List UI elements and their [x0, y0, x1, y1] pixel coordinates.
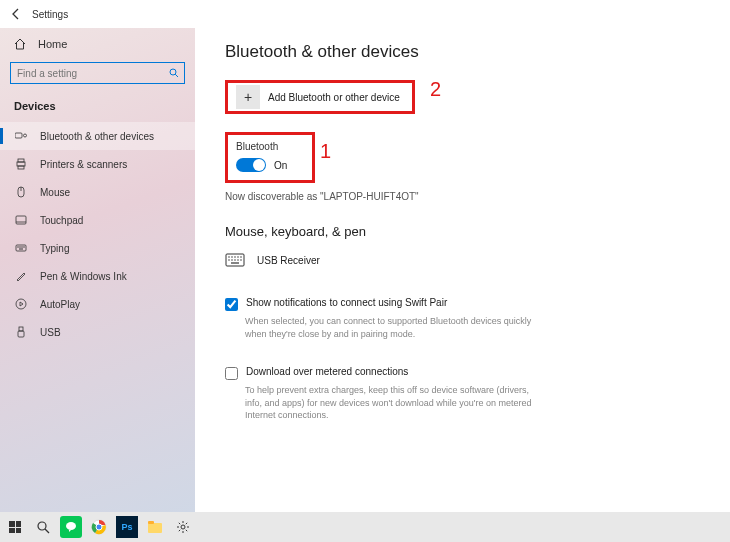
usb-icon [14, 326, 28, 338]
start-button[interactable] [4, 516, 26, 538]
svg-rect-18 [19, 327, 23, 331]
nav-section-header: Devices [0, 94, 195, 122]
svg-rect-5 [18, 159, 24, 162]
nav-label: Pen & Windows Ink [40, 271, 127, 282]
touchpad-icon [14, 214, 28, 226]
svg-rect-39 [148, 521, 154, 524]
taskbar-search-icon[interactable] [32, 516, 54, 538]
taskbar-app-chrome[interactable] [88, 516, 110, 538]
discoverable-text: Now discoverable as "LAPTOP-HUIFT4OT" [225, 191, 700, 202]
svg-line-1 [175, 74, 178, 77]
section-mouse-title: Mouse, keyboard, & pen [225, 224, 700, 239]
annotation-2: 2 [430, 78, 441, 101]
page-title: Bluetooth & other devices [225, 42, 700, 62]
metered-label: Download over metered connections [246, 366, 408, 377]
plus-icon: + [236, 85, 260, 109]
taskbar-settings-icon[interactable] [172, 516, 194, 538]
sidebar: Home Devices Bluetooth & other devices [0, 28, 195, 512]
nav-label: Printers & scanners [40, 159, 127, 170]
svg-rect-11 [16, 245, 26, 251]
svg-line-33 [45, 529, 49, 533]
nav-label: USB [40, 327, 61, 338]
svg-rect-19 [18, 331, 24, 337]
nav-usb[interactable]: USB [0, 318, 195, 346]
svg-point-3 [24, 134, 27, 137]
svg-point-40 [181, 525, 185, 529]
keyboard-device-icon [225, 253, 247, 267]
nav-label: Touchpad [40, 215, 83, 226]
swift-pair-label: Show notifications to connect using Swif… [246, 297, 447, 308]
nav-typing[interactable]: Typing [0, 234, 195, 262]
pen-icon [14, 270, 28, 282]
svg-rect-38 [148, 523, 162, 533]
mouse-icon [14, 186, 28, 198]
nav-label: AutoPlay [40, 299, 80, 310]
svg-point-17 [16, 299, 26, 309]
back-icon[interactable] [10, 8, 22, 20]
add-device-button[interactable]: + Add Bluetooth or other device [225, 80, 415, 114]
taskbar-app-line[interactable] [60, 516, 82, 538]
home-label: Home [38, 38, 67, 50]
metered-option[interactable]: Download over metered connections [225, 366, 700, 380]
window-title: Settings [32, 9, 68, 20]
svg-point-37 [96, 524, 102, 530]
bluetooth-toggle[interactable] [236, 158, 266, 172]
search-row [10, 62, 185, 84]
swift-pair-option[interactable]: Show notifications to connect using Swif… [225, 297, 700, 311]
svg-point-0 [170, 69, 176, 75]
nav-bluetooth[interactable]: Bluetooth & other devices [0, 122, 195, 150]
nav-mouse[interactable]: Mouse [0, 178, 195, 206]
metered-checkbox[interactable] [225, 367, 238, 380]
printer-icon [14, 158, 28, 170]
main-content: Bluetooth & other devices + Add Bluetoot… [195, 28, 730, 512]
swift-pair-desc: When selected, you can connect to suppor… [245, 315, 545, 340]
home-link[interactable]: Home [0, 32, 195, 56]
nav-label: Mouse [40, 187, 70, 198]
bluetooth-block: Bluetooth On [225, 132, 315, 183]
bluetooth-state: On [274, 160, 287, 171]
keyboard-icon [14, 242, 28, 254]
annotation-1: 1 [320, 140, 331, 163]
nav-autoplay[interactable]: AutoPlay [0, 290, 195, 318]
metered-desc: To help prevent extra charges, keep this… [245, 384, 545, 422]
taskbar: Ps [0, 512, 730, 542]
device-row[interactable]: USB Receiver [225, 249, 700, 271]
bluetooth-icon [14, 130, 28, 142]
taskbar-app-explorer[interactable] [144, 516, 166, 538]
home-icon [14, 38, 28, 50]
svg-point-34 [66, 522, 76, 530]
svg-rect-6 [18, 166, 24, 169]
svg-rect-9 [16, 216, 26, 224]
bluetooth-heading: Bluetooth [236, 141, 304, 152]
nav-label: Bluetooth & other devices [40, 131, 154, 142]
add-device-label: Add Bluetooth or other device [268, 92, 400, 103]
nav-pen[interactable]: Pen & Windows Ink [0, 262, 195, 290]
svg-rect-4 [17, 162, 25, 166]
nav-label: Typing [40, 243, 69, 254]
taskbar-app-photoshop[interactable]: Ps [116, 516, 138, 538]
svg-rect-2 [15, 133, 22, 138]
autoplay-icon [14, 298, 28, 310]
search-input[interactable] [10, 62, 185, 84]
device-label: USB Receiver [257, 255, 320, 266]
search-icon[interactable] [169, 68, 179, 78]
nav-printers[interactable]: Printers & scanners [0, 150, 195, 178]
svg-point-32 [38, 522, 46, 530]
titlebar: Settings [0, 0, 730, 28]
swift-pair-checkbox[interactable] [225, 298, 238, 311]
nav-touchpad[interactable]: Touchpad [0, 206, 195, 234]
